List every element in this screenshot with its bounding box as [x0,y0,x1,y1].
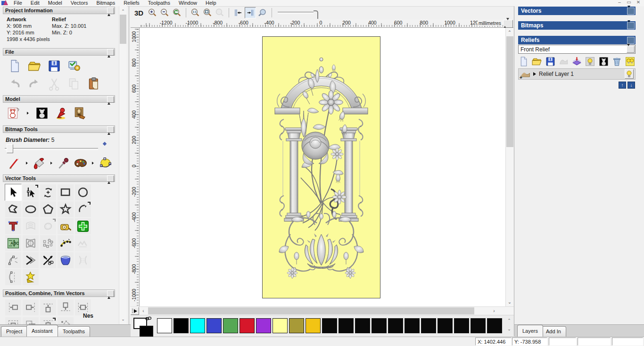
position-tools-header[interactable]: Position, Combine, Trim Vectors [3,289,115,297]
undo-button[interactable] [8,77,22,91]
envelope-distort-button[interactable] [22,235,39,252]
transform-button[interactable] [40,184,57,201]
file-section-header[interactable]: File [3,48,115,56]
slider-track[interactable] [278,12,314,14]
rollup-button[interactable] [627,8,635,15]
palette-swatch-2[interactable] [190,318,205,333]
palette-button[interactable] [74,156,88,170]
palette-swatch-11[interactable] [339,318,354,333]
flyout-arrow-icon[interactable] [50,162,52,165]
palette-swatch-7[interactable] [272,318,288,333]
scroll-up-icon[interactable]: ⌃ [119,9,127,14]
brush-diameter-slider[interactable] [5,148,98,150]
close-button[interactable]: ✕ [634,0,643,6]
measure-button[interactable] [57,218,74,235]
block-copy-button[interactable] [40,235,57,252]
flyout-arrow-icon[interactable] [27,112,29,115]
bitmap-to-vector-button[interactable] [98,156,112,170]
3d-view-button[interactable]: 3D [134,9,143,17]
scroll-right-icon[interactable]: › [490,307,498,314]
palette-swatch-13[interactable] [372,318,387,333]
layer-expander-icon[interactable] [533,72,536,76]
palette-swatch-3[interactable] [206,318,222,333]
palette-swatch-5[interactable] [239,318,255,333]
trim-vectors-button[interactable] [40,252,57,269]
scrollbar-thumb[interactable] [148,307,474,314]
zoom-out-button[interactable] [159,7,170,18]
center-vertically-button[interactable] [40,317,57,324]
palette-swatch-14[interactable] [388,318,403,333]
palette-swatch-16[interactable] [421,318,436,333]
scrollbar-thumb[interactable] [120,15,126,44]
menu-help[interactable]: Help [201,0,221,7]
palette-swatch-17[interactable] [438,318,453,333]
paste-button[interactable] [87,77,101,91]
colour-picker-button[interactable] [57,156,71,170]
create-text-button[interactable] [5,218,22,235]
flyout-pin-icon[interactable] [35,185,38,188]
node-editing-button[interactable] [22,184,39,201]
merge-reliefs-button[interactable] [571,56,582,67]
new-model-button[interactable] [8,59,22,73]
model-section-header[interactable]: Model [3,95,115,103]
menu-model[interactable]: Model [44,0,66,7]
slider-handle[interactable] [314,10,318,19]
greyscale-view-button[interactable] [35,106,49,120]
flyout-arrow-icon[interactable] [92,162,94,165]
rollup-button[interactable] [107,49,114,56]
rollup-button[interactable] [107,8,114,14]
flyout-pin-icon[interactable] [53,318,56,321]
model-notes-button[interactable] [67,59,81,73]
greyscale-view-button[interactable] [598,56,609,67]
palette-swatch-9[interactable] [305,318,321,333]
align-right-button[interactable] [22,299,39,316]
paste-along-curve-button[interactable] [57,235,74,252]
center-in-page-button[interactable] [5,317,22,324]
combo-dropdown-button[interactable] [627,46,635,53]
weld-vectors-button[interactable] [57,252,74,269]
save-model-button[interactable] [47,59,61,73]
palette-swatch-12[interactable] [355,318,370,333]
scroll-left-icon[interactable]: ‹ [140,307,147,314]
nest-preview-button[interactable] [57,317,74,324]
palette-swatch-6[interactable] [256,318,271,333]
ruler-scale-button[interactable] [503,20,513,28]
lighting-button[interactable] [54,106,68,120]
magnify-button[interactable] [257,7,268,18]
menu-edit[interactable]: Edit [26,0,44,7]
canvas-horizontal-scrollbar[interactable]: ‹ › [131,306,514,315]
open-relief-button[interactable] [531,56,542,67]
vector-tools-header[interactable]: Vector Tools [3,174,115,182]
secondary-colour-swatch[interactable] [140,326,153,337]
relief-layer-name[interactable]: Relief Layer 1 [539,71,574,77]
tab-add-in[interactable]: Add In [541,326,566,337]
model-sheet[interactable] [262,36,380,298]
palette-swatch-4[interactable] [223,318,238,333]
palette-scroll-down-icon[interactable]: ⌄ [506,327,512,331]
draw-mode-button[interactable] [131,307,139,315]
flyout-pin-icon[interactable] [88,202,91,205]
rollup-button[interactable] [627,37,635,44]
palette-swatch-19[interactable] [471,318,486,333]
zoom-box-button[interactable] [202,7,213,18]
palette-swatch-8[interactable] [289,318,304,333]
scroll-down-icon[interactable]: ⌄ [506,298,513,305]
new-layer-button[interactable] [518,56,529,67]
link-colours-icon[interactable] [145,316,152,322]
text-on-curve-button[interactable]: ABC [5,235,22,252]
relief-layer-row[interactable]: + Relief Layer 1 [518,68,636,80]
minimize-button[interactable]: – [615,0,624,6]
align-centers-button[interactable] [22,317,39,324]
rollup-button[interactable] [627,22,635,29]
rollup-button[interactable] [107,96,114,103]
texture-button[interactable] [73,106,87,120]
flood-fill-button[interactable] [32,156,46,170]
create-star-button[interactable] [57,201,74,218]
fit-arc-button[interactable] [5,252,22,269]
tab-assistant[interactable]: Assistant [26,325,58,337]
palette-swatch-15[interactable] [405,318,420,333]
scroll-down-icon[interactable]: ⌄ [119,317,127,321]
paint-button[interactable] [8,156,22,170]
select-button[interactable] [5,184,22,201]
maximize-button[interactable]: ▭ [624,0,634,6]
